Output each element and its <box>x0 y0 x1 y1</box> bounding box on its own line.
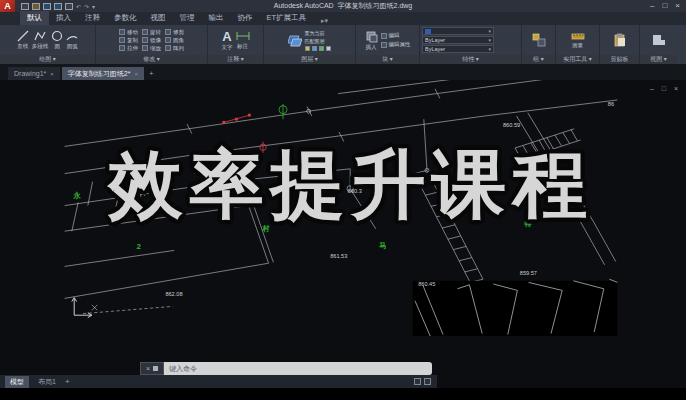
rotate-button[interactable]: 旋转 <box>142 29 161 36</box>
linetype-dropdown[interactable]: ByLayer ▾ <box>422 45 494 53</box>
command-close-icon[interactable]: × <box>146 365 150 372</box>
file-tab-drawing1[interactable]: Drawing1* × <box>8 67 60 80</box>
set-current-layer-button[interactable]: 置为当前 <box>305 30 332 36</box>
open-icon[interactable] <box>32 3 40 10</box>
new-drawing-tab-button[interactable]: + <box>149 67 154 80</box>
panel-label-modify[interactable]: 修改 ▾ <box>96 55 207 64</box>
match-layer-button[interactable]: 匹配图层 <box>305 38 332 44</box>
plot-icon[interactable] <box>65 3 73 10</box>
new-layout-button[interactable]: + <box>65 377 70 386</box>
ribbon-tab-view[interactable]: 视图 <box>144 11 173 25</box>
layer-on-icon[interactable] <box>305 46 310 51</box>
panel-label-layers[interactable]: 图层 ▾ <box>264 55 355 64</box>
line-button[interactable]: 直线 <box>17 30 29 50</box>
edit-attributes-button[interactable]: 编辑属性 <box>381 41 411 48</box>
panel-label-block[interactable]: 块 ▾ <box>356 55 419 64</box>
ribbon-overflow-icon[interactable]: ▸▾ <box>321 17 328 25</box>
color-swatch <box>425 29 431 34</box>
measure-button[interactable]: 测量 <box>571 32 585 49</box>
trim-button[interactable]: 修剪 <box>165 29 184 36</box>
ribbon-tab-home[interactable]: 默认 <box>20 11 49 25</box>
survey-drawing: 862.08 860.59 860.3 861.53 859.57 860.45… <box>0 80 686 400</box>
redo-icon[interactable]: ↷ <box>84 3 89 10</box>
ribbon-tab-parametric[interactable]: 参数化 <box>107 11 144 25</box>
ribbon-tab-collaborate[interactable]: 协作 <box>231 11 260 25</box>
command-input[interactable]: 键入命令 <box>164 362 432 375</box>
panel-label-annotation[interactable]: 注释 ▾ <box>208 55 263 64</box>
panel-layers: 置为当前 匹配图层 图层 ▾ <box>264 25 356 64</box>
array-button[interactable]: 阵列 <box>165 45 184 52</box>
ribbon-tab-output[interactable]: 输出 <box>202 11 231 25</box>
file-tab-active[interactable]: 字体复制练习图纸2* × <box>62 67 144 80</box>
text-icon: A <box>222 30 231 43</box>
selected-line-grips[interactable] <box>222 114 250 124</box>
stretch-icon <box>119 45 125 51</box>
panel-clipboard: 剪贴板 <box>600 25 640 64</box>
arc-button[interactable]: 圆弧 <box>66 30 78 50</box>
paste-icon[interactable] <box>614 33 626 47</box>
stretch-button[interactable]: 拉伸 <box>119 45 138 52</box>
annotation-scale-icon[interactable] <box>424 378 431 385</box>
layer-properties-icon[interactable] <box>288 33 302 47</box>
save-icon[interactable] <box>43 3 51 10</box>
dimension-button[interactable]: 标注 <box>236 30 250 50</box>
move-icon <box>119 29 125 35</box>
trim-icon <box>165 29 171 35</box>
panel-label-view[interactable]: 视图 ▾ <box>640 55 677 64</box>
svg-text:永: 永 <box>72 191 81 200</box>
layer-color-icon[interactable] <box>326 46 331 51</box>
file-tab-close-icon[interactable]: × <box>134 71 138 77</box>
file-tab-bar: Drawing1* × 字体复制练习图纸2* × + <box>0 64 686 80</box>
mirror-button[interactable]: 镜像 <box>142 37 161 44</box>
qat-dropdown-icon[interactable]: ▾ <box>92 3 95 10</box>
panel-annotation: A 文字 标注 注释 ▾ <box>208 25 264 64</box>
panel-draw: 直线 多段线 圆 圆弧 绘图 ▾ <box>0 25 96 64</box>
panel-view: 视图 ▾ <box>640 25 677 64</box>
edit-block-button[interactable]: 编辑 <box>381 32 411 39</box>
customize-icon[interactable] <box>153 366 158 371</box>
quick-access-toolbar: ↶ ↷ ▾ <box>21 3 95 10</box>
ucs-icon <box>72 298 92 318</box>
close-button[interactable]: × <box>675 0 680 12</box>
ribbon-tab-annotate[interactable]: 注释 <box>78 11 107 25</box>
ribbon-tab-insert[interactable]: 插入 <box>49 11 78 25</box>
lineweight-dropdown[interactable]: ByLayer ▾ <box>422 36 494 44</box>
drawing-canvas[interactable]: – □ × <box>0 80 686 400</box>
text-button[interactable]: A 文字 <box>222 30 233 51</box>
panel-label-groups[interactable]: 组 ▾ <box>522 55 555 64</box>
group-icon[interactable] <box>532 33 546 47</box>
panel-label-clipboard[interactable]: 剪贴板 <box>600 55 639 64</box>
insert-block-button[interactable]: 插入 <box>365 30 378 51</box>
save-as-icon[interactable] <box>54 3 62 10</box>
ribbon-tab-bar: 默认 插入 注释 参数化 视图 管理 输出 协作 ET扩展工具 ▸▾ <box>0 12 686 25</box>
undo-icon[interactable]: ↶ <box>76 3 81 10</box>
backdrop-region <box>413 281 618 336</box>
layer-freeze-icon[interactable] <box>312 46 317 51</box>
fillet-button[interactable]: 圆角 <box>165 37 184 44</box>
mirror-icon <box>142 37 148 43</box>
move-button[interactable]: 移动 <box>119 29 138 36</box>
copy-button[interactable]: 复制 <box>119 37 138 44</box>
document-window-controls[interactable]: – □ × <box>650 85 681 92</box>
panel-label-draw[interactable]: 绘图 ▾ <box>0 55 95 64</box>
autocad-logo-icon[interactable]: A <box>0 0 15 12</box>
object-color-dropdown[interactable]: ▾ <box>422 27 494 35</box>
panel-utilities: 测量 实用工具 ▾ <box>556 25 600 64</box>
model-tab[interactable]: 模型 <box>5 376 29 388</box>
ribbon-tab-et-tools[interactable]: ET扩展工具 <box>260 11 314 25</box>
grid-icon[interactable] <box>414 378 421 385</box>
circle-button[interactable]: 圆 <box>51 30 63 50</box>
new-icon[interactable] <box>21 3 29 10</box>
layout1-tab[interactable]: 布局1 <box>33 376 61 388</box>
ribbon-tab-manage[interactable]: 管理 <box>173 11 202 25</box>
file-tab-close-icon[interactable]: × <box>50 71 54 77</box>
view-base-icon[interactable] <box>652 34 666 46</box>
polyline-button[interactable]: 多段线 <box>32 30 49 50</box>
minimize-button[interactable]: – <box>650 0 654 12</box>
panel-label-utilities[interactable]: 实用工具 ▾ <box>556 55 599 64</box>
layer-lock-icon[interactable] <box>319 46 324 51</box>
svg-text:860.45: 860.45 <box>418 281 435 287</box>
scale-button[interactable]: 缩放 <box>142 45 161 52</box>
panel-label-properties[interactable]: 特性 ▾ <box>420 55 521 64</box>
restore-button[interactable]: □ <box>662 0 667 12</box>
